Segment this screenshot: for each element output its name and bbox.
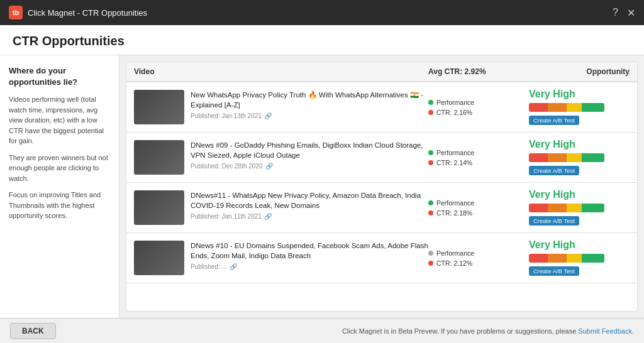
sidebar-heading: Where do your opportunities lie? bbox=[9, 65, 110, 88]
video-date: Published: Dec 28th 2020 🔗 bbox=[191, 163, 428, 170]
video-thumbnail bbox=[134, 190, 184, 225]
link-icon[interactable]: 🔗 bbox=[230, 263, 237, 270]
sidebar-para-2: They are proven winners but not enough p… bbox=[9, 153, 110, 184]
video-cell: DNews #09 - GoDaddy Phishing Emails, Dig… bbox=[134, 140, 428, 175]
bar-orange bbox=[548, 153, 567, 162]
performance-metric: Performance bbox=[428, 149, 529, 156]
metrics-cell: Performance CTR: 2.14% bbox=[428, 149, 529, 166]
performance-dot bbox=[428, 150, 433, 155]
opportunity-label: Very High bbox=[529, 89, 575, 99]
video-title: DNews #10 - EU Domains Suspended, Facebo… bbox=[191, 241, 428, 261]
link-icon[interactable]: 🔗 bbox=[265, 163, 273, 170]
opportunity-bar bbox=[529, 254, 604, 263]
bar-red bbox=[529, 254, 548, 263]
performance-metric: Performance bbox=[428, 199, 529, 207]
thumb-placeholder bbox=[134, 190, 184, 225]
video-title: DNews #09 - GoDaddy Phishing Emails, Dig… bbox=[191, 140, 428, 160]
bar-yellow bbox=[567, 103, 582, 112]
bar-green bbox=[582, 153, 604, 162]
table-header: Video Avg CTR: 2.92% Opportunity bbox=[126, 62, 637, 82]
thumb-placeholder bbox=[134, 140, 184, 175]
performance-label: Performance bbox=[436, 199, 474, 207]
ctr-dot bbox=[428, 261, 433, 266]
metrics-cell: Performance CTR: 2.12% bbox=[428, 249, 529, 267]
video-info: DNews #10 - EU Domains Suspended, Facebo… bbox=[191, 241, 428, 270]
content-area: Where do your opportunities lie? Videos … bbox=[0, 55, 644, 318]
performance-dot bbox=[428, 100, 433, 105]
opportunity-label: Very High bbox=[529, 190, 575, 200]
title-bar-right: ? ✕ bbox=[613, 7, 635, 19]
video-info: New WhatsApp Privacy Policy Truth 🔥 With… bbox=[191, 90, 428, 119]
link-icon[interactable]: 🔗 bbox=[264, 112, 272, 119]
video-title: New WhatsApp Privacy Policy Truth 🔥 With… bbox=[191, 90, 428, 110]
video-date: Published: Jan 13th 2021 🔗 bbox=[191, 112, 428, 119]
ctr-dot bbox=[428, 110, 433, 115]
create-ab-test-button[interactable]: Create A/B Test bbox=[529, 116, 579, 125]
ctr-metric: CTR: 2.18% bbox=[428, 209, 529, 217]
sidebar: Where do your opportunities lie? Videos … bbox=[0, 55, 119, 318]
bar-orange bbox=[548, 103, 567, 112]
bar-yellow bbox=[567, 153, 582, 162]
app-logo: tb bbox=[9, 6, 23, 19]
sidebar-para-1: Videos performing well (total watch time… bbox=[9, 94, 110, 146]
bar-yellow bbox=[567, 204, 582, 212]
video-rows-container: New WhatsApp Privacy Policy Truth 🔥 With… bbox=[126, 82, 637, 283]
bar-green bbox=[582, 204, 604, 212]
opportunity-cell: Very High Create A/B Test bbox=[529, 139, 630, 175]
table-area: Video Avg CTR: 2.92% Opportunity New Wha… bbox=[126, 62, 638, 312]
bar-orange bbox=[548, 204, 567, 212]
main-container: CTR Opportunities Where do your opportun… bbox=[0, 25, 644, 343]
bar-green bbox=[582, 254, 604, 263]
video-cell: New WhatsApp Privacy Policy Truth 🔥 With… bbox=[134, 90, 428, 124]
ctr-dot bbox=[428, 160, 433, 165]
close-icon[interactable]: ✕ bbox=[627, 7, 635, 19]
opportunity-cell: Very High Create A/B Test bbox=[529, 240, 630, 276]
video-title: DNews#11 - WhatsApp New Privacy Policy, … bbox=[191, 190, 428, 210]
opportunity-cell: Very High Create A/B Test bbox=[529, 190, 630, 226]
submit-feedback-link[interactable]: Submit Feedback. bbox=[578, 327, 634, 335]
create-ab-test-button[interactable]: Create A/B Test bbox=[529, 166, 579, 175]
help-icon[interactable]: ? bbox=[613, 7, 618, 18]
bar-green bbox=[582, 103, 604, 112]
create-ab-test-button[interactable]: Create A/B Test bbox=[529, 266, 579, 276]
performance-dot bbox=[428, 251, 433, 256]
video-thumbnail bbox=[134, 241, 184, 275]
table-row: DNews#11 - WhatsApp New Privacy Policy, … bbox=[126, 183, 637, 233]
metrics-cell: Performance CTR: 2.18% bbox=[428, 199, 529, 217]
col-header-opportunity: Opportunity bbox=[529, 67, 630, 76]
video-date: Published: ... 🔗 bbox=[191, 263, 428, 270]
create-ab-test-button[interactable]: Create A/B Test bbox=[529, 216, 579, 226]
bar-red bbox=[529, 103, 548, 112]
title-bar-title: Click Magnet - CTR Oppotunities bbox=[28, 8, 147, 18]
back-button[interactable]: BACK bbox=[10, 323, 56, 339]
video-cell: DNews #10 - EU Domains Suspended, Facebo… bbox=[134, 241, 428, 275]
footer-bar: BACK Click Magnet is in Beta Prevew. If … bbox=[0, 318, 644, 343]
opportunity-bar bbox=[529, 204, 604, 212]
metrics-cell: Performance CTR: 2.16% bbox=[428, 99, 529, 116]
table-row: DNews #09 - GoDaddy Phishing Emails, Dig… bbox=[126, 133, 637, 183]
bar-red bbox=[529, 153, 548, 162]
video-cell: DNews#11 - WhatsApp New Privacy Policy, … bbox=[134, 190, 428, 225]
ctr-dot bbox=[428, 210, 433, 215]
performance-metric: Performance bbox=[428, 99, 529, 106]
title-bar: tb Click Magnet - CTR Oppotunities ? ✕ bbox=[0, 0, 644, 25]
opportunity-label: Very High bbox=[529, 139, 575, 150]
opportunity-cell: Very High Create A/B Test bbox=[529, 89, 630, 125]
video-thumbnail bbox=[134, 140, 184, 175]
sidebar-para-3: Focus on improving Titles and Thumbnails… bbox=[9, 190, 110, 221]
ctr-value: CTR: 2.14% bbox=[436, 159, 472, 166]
link-icon[interactable]: 🔗 bbox=[264, 213, 272, 220]
ctr-value: CTR: 2.12% bbox=[436, 259, 472, 267]
col-header-video: Video bbox=[134, 67, 428, 76]
video-thumbnail bbox=[134, 90, 184, 124]
ctr-metric: CTR: 2.12% bbox=[428, 259, 529, 267]
performance-label: Performance bbox=[436, 249, 474, 257]
opportunity-bar bbox=[529, 103, 604, 112]
ctr-value: CTR: 2.18% bbox=[436, 209, 472, 217]
footer-text: Click Magnet is in Beta Prevew. If you h… bbox=[342, 327, 634, 335]
thumb-placeholder bbox=[134, 241, 184, 275]
video-date: Published: Jan 11th 2021 🔗 bbox=[191, 213, 428, 220]
page-header: CTR Opportunities bbox=[0, 25, 644, 55]
bar-red bbox=[529, 204, 548, 212]
bar-yellow bbox=[567, 254, 582, 263]
